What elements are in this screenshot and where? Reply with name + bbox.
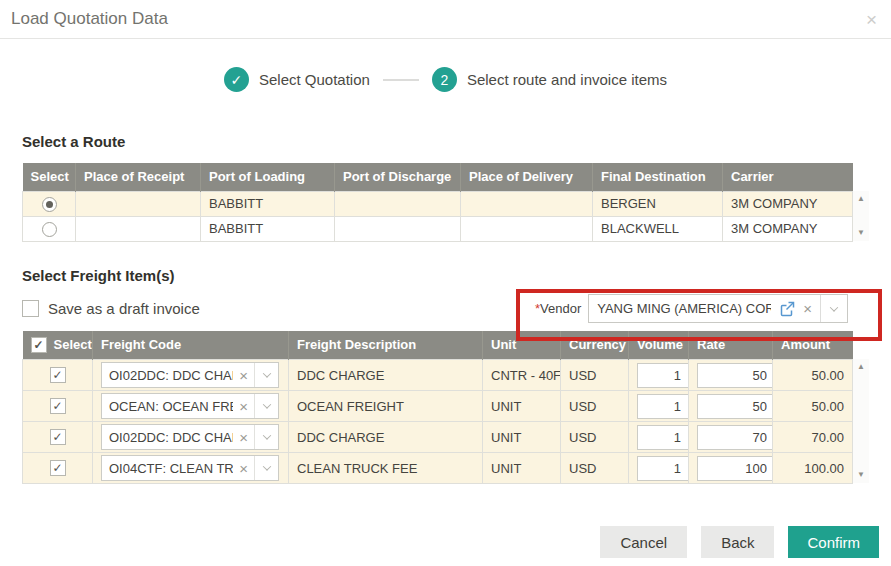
- scroll-down-icon[interactable]: ▼: [857, 229, 865, 237]
- route-radio[interactable]: [42, 222, 57, 237]
- rate-input[interactable]: [697, 456, 773, 481]
- freight-section-heading: Select Freight Item(s): [22, 267, 869, 284]
- cell-freight-code: OCEAN: OCEAN FREI...×: [93, 391, 289, 422]
- cell-port-of-discharge: [335, 216, 461, 241]
- step-select-quotation: ✓ Select Quotation: [224, 67, 370, 92]
- col-carrier: Carrier: [723, 163, 853, 191]
- freight-code-combobox[interactable]: OI04CTF: CLEAN TRU...×: [101, 455, 279, 481]
- chevron-down-icon[interactable]: [254, 425, 278, 449]
- select-all-checkbox[interactable]: ✓: [31, 337, 47, 353]
- vendor-group: *Vendor YANG MING (AMERICA) CORP ×: [535, 294, 848, 323]
- rate-input[interactable]: [697, 425, 773, 450]
- cell-unit: CNTR - 40FR: [483, 360, 561, 391]
- freight-code-combobox[interactable]: OI02DDC: DDC CHAR...×: [101, 424, 279, 450]
- load-quotation-modal: { "modal": { "title": "Load Quotation Da…: [0, 0, 891, 566]
- scroll-up-icon[interactable]: ▲: [857, 195, 865, 203]
- col-rate: Rate: [689, 331, 773, 360]
- freight-table-wrap: ✓Select Freight Code Freight Description…: [22, 331, 869, 485]
- vendor-label: *Vendor: [535, 301, 581, 316]
- clear-icon[interactable]: ×: [803, 301, 812, 316]
- step-label: Select Quotation: [259, 71, 370, 88]
- col-select: ✓Select: [23, 331, 93, 360]
- step-label: Select route and invoice items: [467, 71, 667, 88]
- vendor-value[interactable]: YANG MING (AMERICA) CORP: [589, 301, 771, 316]
- route-select-cell[interactable]: [23, 191, 76, 216]
- volume-input[interactable]: [637, 456, 689, 481]
- route-table-scrollbar[interactable]: ▲ ▼: [853, 191, 869, 241]
- col-unit: Unit: [483, 331, 561, 360]
- cell-freight-description: DDC CHARGE: [289, 422, 483, 453]
- confirm-button[interactable]: Confirm: [788, 526, 879, 558]
- cell-volume: [629, 422, 689, 453]
- cell-final-destination: BLACKWELL: [593, 216, 723, 241]
- route-radio[interactable]: [42, 197, 57, 212]
- cell-freight-description: CLEAN TRUCK FEE: [289, 453, 483, 484]
- freight-code-value: OI02DDC: DDC CHAR...: [102, 368, 233, 383]
- clear-icon[interactable]: ×: [233, 368, 254, 383]
- chevron-down-icon[interactable]: [820, 295, 847, 322]
- freight-row-checkbox[interactable]: ✓: [50, 398, 66, 414]
- cell-place-of-receipt: [76, 191, 201, 216]
- cell-rate: [689, 360, 773, 391]
- rate-input[interactable]: [697, 363, 773, 388]
- cell-unit: UNIT: [483, 453, 561, 484]
- cell-freight-code: OI02DDC: DDC CHAR...×: [93, 422, 289, 453]
- save-draft-checkbox-row[interactable]: Save as a draft invoice: [22, 300, 200, 317]
- cell-freight-code: OI04CTF: CLEAN TRU...×: [93, 453, 289, 484]
- modal-title: Load Quotation Data: [11, 9, 168, 29]
- cell-rate: [689, 453, 773, 484]
- external-link-icon[interactable]: [779, 301, 795, 317]
- chevron-down-icon[interactable]: [254, 394, 278, 418]
- rate-input[interactable]: [697, 394, 773, 419]
- col-port-of-loading: Port of Loading: [201, 163, 335, 191]
- cell-amount: 70.00: [773, 422, 853, 453]
- cell-rate: [689, 422, 773, 453]
- volume-input[interactable]: [637, 425, 689, 450]
- cell-unit: UNIT: [483, 391, 561, 422]
- back-button[interactable]: Back: [701, 526, 774, 558]
- freight-row-checkbox[interactable]: ✓: [50, 460, 66, 476]
- vendor-combobox[interactable]: YANG MING (AMERICA) CORP ×: [588, 294, 848, 323]
- route-select-cell[interactable]: [23, 216, 76, 241]
- chevron-down-icon[interactable]: [254, 363, 278, 387]
- col-amount: Amount: [773, 331, 853, 360]
- volume-input[interactable]: [637, 363, 689, 388]
- freight-select-cell[interactable]: ✓: [23, 360, 93, 391]
- col-final-destination: Final Destination: [593, 163, 723, 191]
- freight-select-cell[interactable]: ✓: [23, 422, 93, 453]
- col-freight-description: Freight Description: [289, 331, 483, 360]
- col-port-of-discharge: Port of Discharge: [335, 163, 461, 191]
- cell-port-of-loading: BABBITT: [201, 191, 335, 216]
- route-table-wrap: Select Place of Receipt Port of Loading …: [22, 163, 869, 242]
- scroll-down-icon[interactable]: ▼: [857, 471, 865, 479]
- save-draft-checkbox[interactable]: [22, 300, 39, 317]
- route-table-row[interactable]: BABBITTBLACKWELL3M COMPANY: [23, 216, 853, 241]
- clear-icon[interactable]: ×: [233, 461, 254, 476]
- freight-table-row: ✓OI04CTF: CLEAN TRU...×CLEAN TRUCK FEEUN…: [23, 453, 853, 484]
- route-table-header: Select Place of Receipt Port of Loading …: [23, 163, 853, 191]
- freight-code-combobox[interactable]: OCEAN: OCEAN FREI...×: [101, 393, 279, 419]
- freight-table-scrollbar[interactable]: ▲ ▼: [853, 359, 869, 483]
- col-select: Select: [23, 163, 76, 191]
- scroll-up-icon[interactable]: ▲: [857, 363, 865, 371]
- chevron-down-icon[interactable]: [254, 456, 278, 480]
- close-icon[interactable]: ×: [866, 10, 877, 29]
- clear-icon[interactable]: ×: [233, 430, 254, 445]
- clear-icon[interactable]: ×: [233, 399, 254, 414]
- freight-code-combobox[interactable]: OI02DDC: DDC CHAR...×: [101, 362, 279, 388]
- volume-input[interactable]: [637, 394, 689, 419]
- freight-select-cell[interactable]: ✓: [23, 391, 93, 422]
- freight-select-cell[interactable]: ✓: [23, 453, 93, 484]
- cancel-button[interactable]: Cancel: [600, 526, 687, 558]
- cell-currency: USD: [561, 360, 629, 391]
- route-section-heading: Select a Route: [22, 133, 869, 150]
- freight-row-checkbox[interactable]: ✓: [50, 367, 66, 383]
- cell-place-of-delivery: [461, 191, 593, 216]
- route-table-row[interactable]: BABBITTBERGEN3M COMPANY: [23, 191, 853, 216]
- cell-final-destination: BERGEN: [593, 191, 723, 216]
- cell-currency: USD: [561, 453, 629, 484]
- route-table: Select Place of Receipt Port of Loading …: [22, 163, 853, 242]
- modal-header: Load Quotation Data ×: [0, 0, 891, 39]
- freight-row-checkbox[interactable]: ✓: [50, 429, 66, 445]
- step-check-icon: ✓: [224, 67, 249, 92]
